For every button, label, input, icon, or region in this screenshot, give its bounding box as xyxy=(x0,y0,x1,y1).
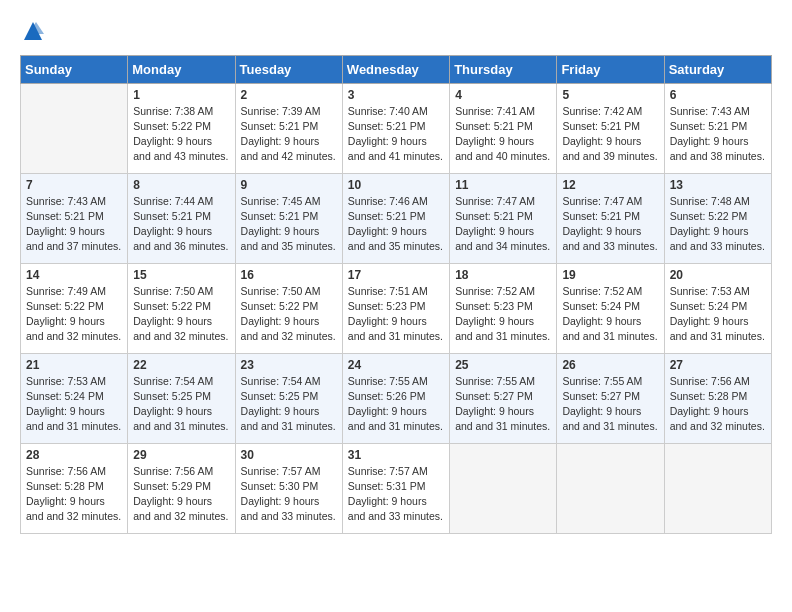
calendar-cell: 28Sunrise: 7:56 AMSunset: 5:28 PMDayligh… xyxy=(21,443,128,533)
calendar-cell: 12Sunrise: 7:47 AMSunset: 5:21 PMDayligh… xyxy=(557,173,664,263)
calendar-body: 1Sunrise: 7:38 AMSunset: 5:22 PMDaylight… xyxy=(21,83,772,533)
sunrise-text: Sunrise: 7:55 AM xyxy=(455,374,551,389)
header-sunday: Sunday xyxy=(21,55,128,83)
week-row-0: 1Sunrise: 7:38 AMSunset: 5:22 PMDaylight… xyxy=(21,83,772,173)
sunrise-text: Sunrise: 7:53 AM xyxy=(670,284,766,299)
sunset-text: Sunset: 5:24 PM xyxy=(670,299,766,314)
sunrise-text: Sunrise: 7:43 AM xyxy=(670,104,766,119)
calendar-cell: 4Sunrise: 7:41 AMSunset: 5:21 PMDaylight… xyxy=(450,83,557,173)
day-number: 23 xyxy=(241,358,337,372)
logo xyxy=(20,20,44,47)
day-number: 12 xyxy=(562,178,658,192)
sunset-text: Sunset: 5:25 PM xyxy=(133,389,229,404)
day-number: 31 xyxy=(348,448,444,462)
calendar-cell: 6Sunrise: 7:43 AMSunset: 5:21 PMDaylight… xyxy=(664,83,771,173)
sunset-text: Sunset: 5:28 PM xyxy=(26,479,122,494)
day-number: 9 xyxy=(241,178,337,192)
calendar-cell: 24Sunrise: 7:55 AMSunset: 5:26 PMDayligh… xyxy=(342,353,449,443)
sunset-text: Sunset: 5:21 PM xyxy=(26,209,122,224)
sunrise-text: Sunrise: 7:40 AM xyxy=(348,104,444,119)
daylight-text: Daylight: 9 hours xyxy=(455,224,551,239)
sunrise-text: Sunrise: 7:51 AM xyxy=(348,284,444,299)
daylight-text-cont: and and 32 minutes. xyxy=(26,509,122,524)
sunrise-text: Sunrise: 7:54 AM xyxy=(241,374,337,389)
logo-icon xyxy=(22,20,44,42)
daylight-text-cont: and and 32 minutes. xyxy=(133,329,229,344)
daylight-text-cont: and and 31 minutes. xyxy=(348,329,444,344)
day-number: 19 xyxy=(562,268,658,282)
calendar-cell: 23Sunrise: 7:54 AMSunset: 5:25 PMDayligh… xyxy=(235,353,342,443)
sunrise-text: Sunrise: 7:48 AM xyxy=(670,194,766,209)
calendar-cell: 27Sunrise: 7:56 AMSunset: 5:28 PMDayligh… xyxy=(664,353,771,443)
daylight-text-cont: and and 32 minutes. xyxy=(133,509,229,524)
day-number: 26 xyxy=(562,358,658,372)
daylight-text: Daylight: 9 hours xyxy=(26,314,122,329)
sunset-text: Sunset: 5:22 PM xyxy=(670,209,766,224)
day-number: 22 xyxy=(133,358,229,372)
sunrise-text: Sunrise: 7:42 AM xyxy=(562,104,658,119)
day-number: 1 xyxy=(133,88,229,102)
calendar-cell: 16Sunrise: 7:50 AMSunset: 5:22 PMDayligh… xyxy=(235,263,342,353)
calendar-cell: 19Sunrise: 7:52 AMSunset: 5:24 PMDayligh… xyxy=(557,263,664,353)
sunrise-text: Sunrise: 7:44 AM xyxy=(133,194,229,209)
calendar-cell: 1Sunrise: 7:38 AMSunset: 5:22 PMDaylight… xyxy=(128,83,235,173)
daylight-text: Daylight: 9 hours xyxy=(455,134,551,149)
daylight-text-cont: and and 31 minutes. xyxy=(455,419,551,434)
sunset-text: Sunset: 5:23 PM xyxy=(348,299,444,314)
calendar-cell: 17Sunrise: 7:51 AMSunset: 5:23 PMDayligh… xyxy=(342,263,449,353)
page-header xyxy=(20,16,772,47)
daylight-text-cont: and and 31 minutes. xyxy=(348,419,444,434)
daylight-text-cont: and and 31 minutes. xyxy=(670,329,766,344)
daylight-text-cont: and and 32 minutes. xyxy=(670,419,766,434)
calendar-cell: 9Sunrise: 7:45 AMSunset: 5:21 PMDaylight… xyxy=(235,173,342,263)
day-number: 15 xyxy=(133,268,229,282)
day-number: 14 xyxy=(26,268,122,282)
daylight-text-cont: and and 31 minutes. xyxy=(133,419,229,434)
daylight-text: Daylight: 9 hours xyxy=(348,134,444,149)
calendar-cell: 13Sunrise: 7:48 AMSunset: 5:22 PMDayligh… xyxy=(664,173,771,263)
daylight-text-cont: and and 33 minutes. xyxy=(348,509,444,524)
sunrise-text: Sunrise: 7:43 AM xyxy=(26,194,122,209)
sunset-text: Sunset: 5:21 PM xyxy=(348,119,444,134)
day-number: 5 xyxy=(562,88,658,102)
sunset-text: Sunset: 5:30 PM xyxy=(241,479,337,494)
daylight-text: Daylight: 9 hours xyxy=(455,404,551,419)
header-thursday: Thursday xyxy=(450,55,557,83)
calendar-header-row: SundayMondayTuesdayWednesdayThursdayFrid… xyxy=(21,55,772,83)
day-number: 21 xyxy=(26,358,122,372)
calendar-cell xyxy=(21,83,128,173)
calendar-cell: 20Sunrise: 7:53 AMSunset: 5:24 PMDayligh… xyxy=(664,263,771,353)
sunset-text: Sunset: 5:21 PM xyxy=(241,119,337,134)
sunrise-text: Sunrise: 7:38 AM xyxy=(133,104,229,119)
daylight-text: Daylight: 9 hours xyxy=(455,314,551,329)
daylight-text: Daylight: 9 hours xyxy=(241,224,337,239)
sunrise-text: Sunrise: 7:57 AM xyxy=(241,464,337,479)
daylight-text: Daylight: 9 hours xyxy=(348,494,444,509)
daylight-text: Daylight: 9 hours xyxy=(241,314,337,329)
day-number: 3 xyxy=(348,88,444,102)
sunrise-text: Sunrise: 7:50 AM xyxy=(241,284,337,299)
sunrise-text: Sunrise: 7:46 AM xyxy=(348,194,444,209)
sunset-text: Sunset: 5:27 PM xyxy=(455,389,551,404)
sunrise-text: Sunrise: 7:53 AM xyxy=(26,374,122,389)
daylight-text-cont: and and 31 minutes. xyxy=(562,329,658,344)
sunrise-text: Sunrise: 7:52 AM xyxy=(562,284,658,299)
daylight-text-cont: and and 31 minutes. xyxy=(241,419,337,434)
day-number: 2 xyxy=(241,88,337,102)
daylight-text-cont: and and 35 minutes. xyxy=(348,239,444,254)
daylight-text: Daylight: 9 hours xyxy=(348,314,444,329)
daylight-text: Daylight: 9 hours xyxy=(562,404,658,419)
daylight-text-cont: and and 40 minutes. xyxy=(455,149,551,164)
day-number: 24 xyxy=(348,358,444,372)
calendar-cell: 25Sunrise: 7:55 AMSunset: 5:27 PMDayligh… xyxy=(450,353,557,443)
sunset-text: Sunset: 5:21 PM xyxy=(455,209,551,224)
sunrise-text: Sunrise: 7:49 AM xyxy=(26,284,122,299)
day-number: 6 xyxy=(670,88,766,102)
day-number: 10 xyxy=(348,178,444,192)
sunrise-text: Sunrise: 7:45 AM xyxy=(241,194,337,209)
daylight-text: Daylight: 9 hours xyxy=(562,314,658,329)
sunset-text: Sunset: 5:21 PM xyxy=(562,209,658,224)
sunrise-text: Sunrise: 7:47 AM xyxy=(455,194,551,209)
sunrise-text: Sunrise: 7:55 AM xyxy=(348,374,444,389)
sunset-text: Sunset: 5:29 PM xyxy=(133,479,229,494)
